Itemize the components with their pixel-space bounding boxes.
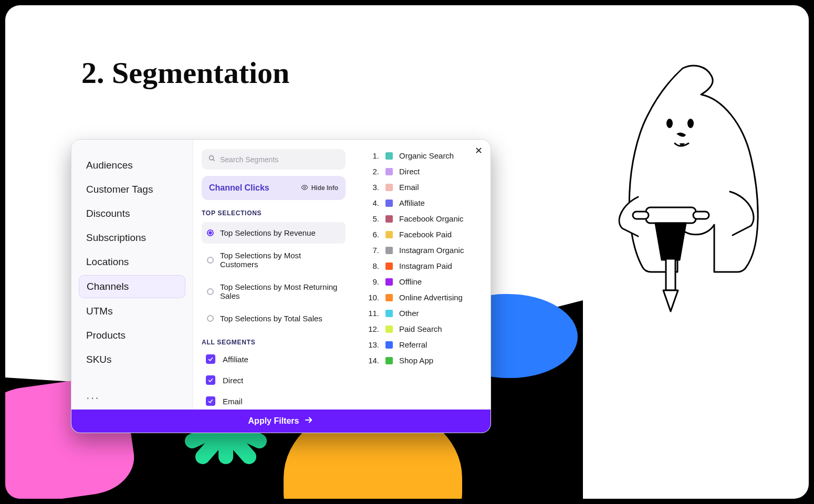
segment-label: Direct: [223, 376, 243, 385]
top-selection-label: Top Selections by Total Sales: [220, 314, 322, 323]
all-segments-list: AffiliateDirectEmailFacebook Organic: [202, 351, 346, 410]
channel-label: Affiliate: [399, 198, 425, 207]
channel-row: 2.Direct: [366, 167, 482, 176]
sidebar-item-audiences[interactable]: Audiences: [79, 154, 185, 176]
svg-rect-9: [633, 212, 649, 219]
channel-color-swatch: [385, 357, 393, 364]
svg-point-6: [687, 119, 694, 128]
sidebar-item-locations[interactable]: Locations: [79, 251, 185, 273]
channel-label: Other: [399, 309, 419, 318]
top-selection-label: Top Selections by Most Returning Sales: [220, 282, 340, 300]
character-illustration: [588, 60, 777, 323]
channel-color-swatch: [385, 262, 393, 270]
channel-row: 9.Offline: [366, 277, 482, 286]
channel-number: 5.: [366, 214, 379, 223]
channel-row: 12.Paid Search: [366, 324, 482, 333]
top-selection-option[interactable]: Top Selections by Most Returning Sales: [202, 276, 346, 307]
radio-icon: [207, 288, 214, 295]
segment-checkbox-row[interactable]: Direct: [202, 372, 346, 388]
channel-number: 14.: [366, 356, 379, 365]
eye-icon: [301, 184, 308, 193]
channel-row: 8.Instagram Paid: [366, 261, 482, 270]
channel-row: 6.Facebook Paid: [366, 230, 482, 239]
hide-info-label: Hide Info: [311, 184, 338, 192]
channel-label: Shop App: [399, 356, 433, 365]
sidebar-item-discounts[interactable]: Discounts: [79, 203, 185, 225]
channel-number: 11.: [366, 309, 379, 318]
panel-title: Channel Clicks: [209, 183, 269, 193]
svg-point-5: [666, 119, 673, 128]
channel-number: 3.: [366, 183, 379, 192]
channel-color-swatch: [385, 184, 393, 191]
svg-rect-10: [693, 212, 709, 219]
radio-icon: [207, 257, 214, 264]
close-icon: ✕: [475, 145, 483, 156]
channel-label: Offline: [399, 277, 422, 286]
channel-row: 3.Email: [366, 183, 482, 192]
sidebar: AudiencesCustomer TagsDiscountsSubscript…: [71, 140, 193, 410]
sidebar-item-channels[interactable]: Channels: [79, 275, 185, 298]
svg-rect-8: [666, 259, 675, 290]
channel-row: 14.Shop App: [366, 356, 482, 365]
channel-number: 12.: [366, 324, 379, 333]
channel-row: 10.Online Advertising: [366, 293, 482, 302]
channel-label: Direct: [399, 167, 420, 176]
hide-info-button[interactable]: Hide Info: [301, 184, 338, 193]
channel-number: 8.: [366, 261, 379, 270]
sidebar-item-skus[interactable]: SKUs: [79, 349, 185, 371]
sidebar-item-customer-tags[interactable]: Customer Tags: [79, 178, 185, 201]
channel-color-swatch: [385, 326, 393, 333]
channel-label: Email: [399, 183, 419, 192]
channel-color-swatch: [385, 168, 393, 175]
top-selection-option[interactable]: Top Selections by Revenue: [202, 222, 346, 244]
top-selections-list: Top Selections by RevenueTop Selections …: [202, 222, 346, 329]
channel-label: Paid Search: [399, 324, 442, 333]
channel-color-swatch: [385, 247, 393, 254]
checkbox-icon: [206, 396, 215, 406]
channel-number: 4.: [366, 198, 379, 207]
channel-label: Instagram Organic: [399, 246, 464, 255]
search-input-container[interactable]: [202, 149, 346, 170]
sidebar-more-button[interactable]: ...: [79, 385, 185, 404]
top-selection-option[interactable]: Top Selections by Most Customers: [202, 245, 346, 275]
channel-label: Online Advertising: [399, 293, 463, 302]
sidebar-item-subscriptions[interactable]: Subscriptions: [79, 227, 185, 249]
all-segments-label: ALL SEGMENTS: [202, 339, 346, 346]
channel-number: 6.: [366, 230, 379, 239]
search-input[interactable]: [220, 155, 339, 164]
channel-color-swatch: [385, 152, 393, 160]
channel-number: 1.: [366, 151, 379, 160]
middle-column: Channel Clicks Hide Info TOP SELECTIONS …: [193, 140, 354, 410]
channel-number: 9.: [366, 277, 379, 286]
radio-icon: [207, 229, 214, 236]
search-icon: [208, 154, 216, 164]
channel-row: 13.Referral: [366, 340, 482, 349]
channel-color-swatch: [385, 278, 393, 286]
channel-label: Referral: [399, 340, 427, 349]
checkbox-icon: [206, 375, 215, 385]
channel-label: Facebook Organic: [399, 214, 464, 223]
top-selections-label: TOP SELECTIONS: [202, 209, 346, 217]
panel-header: Channel Clicks Hide Info: [202, 176, 346, 200]
sidebar-item-products[interactable]: Products: [79, 324, 185, 346]
sidebar-item-utms[interactable]: UTMs: [79, 300, 185, 322]
segment-checkbox-row[interactable]: Affiliate: [202, 351, 346, 367]
svg-point-11: [210, 156, 214, 160]
top-selection-label: Top Selections by Revenue: [220, 228, 316, 237]
arrow-right-icon: [304, 415, 314, 427]
channel-label: Facebook Paid: [399, 230, 452, 239]
top-selection-label: Top Selections by Most Customers: [220, 251, 340, 269]
apply-filters-button[interactable]: Apply Filters: [71, 410, 491, 433]
channel-row: 7.Instagram Organic: [366, 246, 482, 255]
radio-icon: [207, 315, 214, 322]
channel-number: 7.: [366, 246, 379, 255]
segment-label: Email: [223, 397, 243, 406]
channels-column: 1.Organic Search2.Direct3.Email4.Affilia…: [354, 140, 491, 410]
channel-label: Instagram Paid: [399, 261, 452, 270]
close-button[interactable]: ✕: [473, 145, 484, 156]
channel-color-swatch: [385, 294, 393, 301]
segment-label: Affiliate: [223, 355, 248, 364]
channel-color-swatch: [385, 231, 393, 238]
segment-checkbox-row[interactable]: Email: [202, 393, 346, 409]
top-selection-option[interactable]: Top Selections by Total Sales: [202, 308, 346, 329]
